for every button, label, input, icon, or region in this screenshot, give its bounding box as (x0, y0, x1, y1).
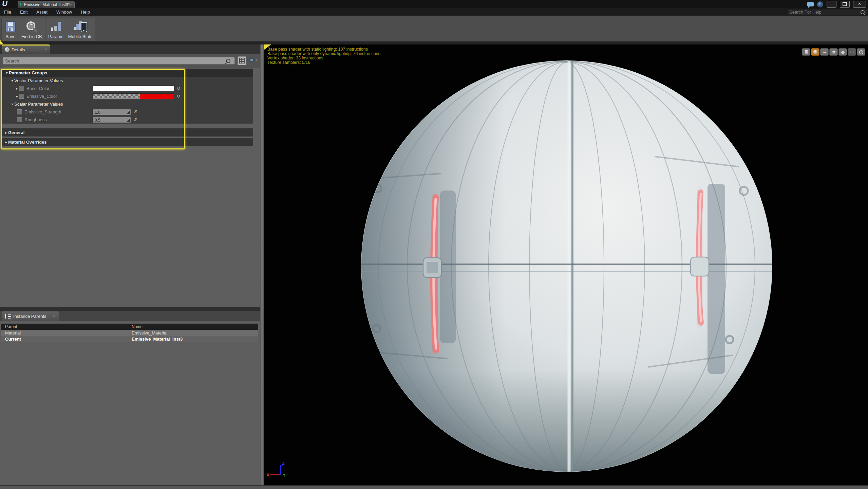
find-in-cb-button[interactable]: Find in CB (21, 19, 42, 39)
override-checkbox[interactable] (17, 117, 22, 122)
expand-arrow-icon[interactable]: ▸ (4, 131, 8, 134)
feedback-chat-icon[interactable] (807, 2, 814, 6)
section-vector-parameter-values[interactable]: ▾ Vector Parameter Values (1, 77, 253, 85)
override-checkbox[interactable] (19, 86, 24, 91)
document-tab-close-icon[interactable]: × (70, 3, 72, 6)
expand-arrow-icon[interactable]: ▸ (15, 87, 19, 90)
menu-help[interactable]: Help (81, 10, 90, 15)
mesh-button-cylinder[interactable] (802, 48, 810, 56)
section-parameter-groups[interactable]: ▾ Parameter Groups (1, 69, 253, 77)
name-cell: Emissive_Material (131, 330, 167, 336)
save-button[interactable]: Save (4, 19, 17, 39)
column-header-parent: Parent (1, 324, 131, 329)
mesh-button-grid[interactable] (848, 48, 856, 56)
find-in-cb-label: Find in CB (21, 34, 42, 39)
menu-asset[interactable]: Asset (36, 10, 48, 15)
section-scalar-parameter-values[interactable]: ▾ Scalar Parameter Values (1, 100, 253, 108)
stats-line: Texture samplers: 5/16 (267, 60, 380, 65)
override-checkbox[interactable] (19, 94, 24, 99)
instance-parents-tab-close-icon[interactable]: × (53, 314, 56, 318)
base-color-swatch[interactable] (92, 86, 174, 91)
axis-z-label: Z (282, 461, 285, 466)
expand-arrow-icon[interactable]: ▾ (5, 71, 9, 75)
view-options-button[interactable]: ▾ (249, 58, 257, 62)
reset-to-default-icon[interactable]: ↺ (133, 109, 137, 114)
details-tab-close-icon[interactable]: × (45, 48, 48, 51)
param-row-emissive-color: ▸ Emissive_Color ↺ (1, 92, 253, 100)
emissive-color-swatch[interactable] (92, 93, 174, 99)
vector-parameter-values-title: Vector Parameter Values (14, 78, 63, 83)
preview-viewport[interactable]: Base pass shader with static lighting: 1… (264, 44, 868, 485)
axis-y-label: Y (283, 473, 286, 478)
web-browser-icon[interactable] (817, 1, 823, 7)
window-bottom-edge (0, 485, 868, 489)
restore-icon (843, 2, 847, 6)
help-search-placeholder: Search For Help (789, 10, 822, 15)
param-label: Base_Color (26, 86, 50, 91)
material-instance-editor-window: U Emissive_Material_Inst3* × – × File Ed… (0, 0, 868, 489)
expand-arrow-icon[interactable]: ▸ (15, 94, 19, 98)
emissive-strength-value: 1.0 (95, 110, 100, 115)
realtime-toggle-button[interactable] (857, 48, 865, 56)
parent-cell: Material (1, 330, 131, 336)
mesh-button-cube[interactable] (829, 48, 838, 56)
parent-cell: Current (1, 337, 131, 342)
axis-x-label: X (266, 472, 269, 477)
restore-button[interactable] (840, 1, 850, 8)
section-general[interactable]: ▸ General (1, 128, 253, 137)
menu-edit[interactable]: Edit (20, 10, 27, 15)
reset-to-default-icon[interactable]: ↺ (177, 94, 181, 99)
preview-sphere[interactable] (264, 44, 868, 485)
expand-arrow-icon[interactable]: ▾ (10, 102, 14, 106)
expand-arrow-icon[interactable]: ▸ (4, 140, 8, 144)
general-label: General (8, 130, 24, 135)
param-label: Emissive_Strength (24, 109, 61, 114)
panel-splitter-horizontal[interactable] (0, 307, 260, 311)
menu-window[interactable]: Window (56, 10, 72, 15)
minimize-button[interactable]: – (827, 1, 836, 8)
unreal-logo-icon: U (2, 0, 7, 8)
material-overrides-label: Material Overrides (8, 140, 46, 145)
search-icon (226, 59, 230, 63)
mesh-button-teapot[interactable] (838, 48, 847, 56)
document-tab[interactable]: Emissive_Material_Inst3* × (18, 1, 75, 8)
shader-stats: Base pass shader with static lighting: 1… (267, 47, 380, 65)
instance-parents-tab-label: Instance Parents (13, 314, 46, 319)
bar-chart-icon (50, 21, 61, 34)
details-search-input[interactable] (3, 58, 226, 64)
panel-splitter-vertical[interactable] (260, 44, 264, 485)
close-button[interactable]: × (853, 1, 866, 8)
menu-bar: File Edit Asset Window Help Search For H… (0, 8, 868, 16)
emissive-strength-input[interactable]: 1.0 (92, 109, 131, 115)
document-tab-title: Emissive_Material_Inst3* (24, 2, 70, 7)
list-tree-icon (5, 314, 11, 319)
reset-to-default-icon[interactable]: ↺ (177, 86, 181, 91)
grid-view-button[interactable] (238, 56, 246, 65)
menu-file[interactable]: File (4, 10, 11, 15)
tab-instance-parents[interactable]: Instance Parents × (2, 311, 59, 321)
expand-arrow-icon[interactable]: ▾ (10, 79, 14, 83)
mesh-button-sphere[interactable] (811, 48, 819, 56)
params-button[interactable]: Params (48, 19, 63, 39)
roughness-input[interactable]: 0.5 (92, 117, 131, 123)
table-row-current[interactable]: Current Emissive_Material_Inst3 (1, 336, 258, 342)
floppy-disk-icon (4, 21, 17, 34)
chevron-down-icon: ▾ (256, 58, 257, 62)
name-cell: Emissive_Material_Inst3 (131, 337, 183, 342)
help-search-input[interactable]: Search For Help (787, 9, 867, 15)
slider-corner-icon[interactable] (126, 110, 130, 114)
details-search-box[interactable] (3, 57, 235, 65)
scalar-parameter-values-title: Scalar Parameter Values (14, 102, 63, 107)
override-checkbox[interactable] (17, 109, 22, 114)
mobile-stats-label: Mobile Stats (68, 34, 93, 39)
viewport-mesh-toolbar (802, 48, 865, 56)
column-header-name: Name (131, 324, 143, 329)
mesh-button-plane[interactable] (820, 48, 829, 56)
section-material-overrides[interactable]: ▸ Material Overrides (1, 138, 253, 146)
toolbar-divider (0, 41, 868, 44)
slider-corner-icon[interactable] (126, 118, 130, 122)
reset-to-default-icon[interactable]: ↺ (133, 117, 137, 122)
tab-details[interactable]: i Details × (2, 44, 50, 54)
table-row[interactable]: Material Emissive_Material (1, 330, 258, 336)
mobile-stats-button[interactable]: Mobile Stats (68, 19, 93, 39)
